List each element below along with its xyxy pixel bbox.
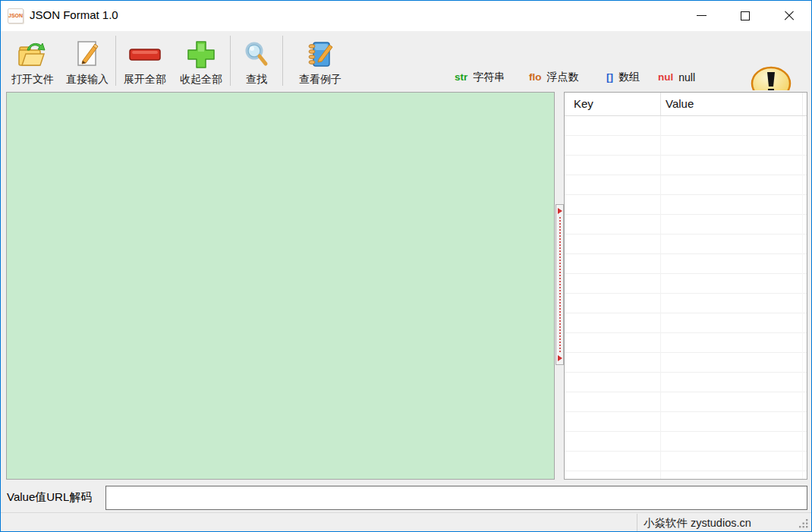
column-divider-line [802, 116, 803, 479]
json-tree-panel[interactable] [6, 92, 555, 480]
maximize-icon [741, 11, 750, 20]
legend-label: 字符串 [473, 71, 505, 84]
view-example-icon [305, 37, 335, 72]
titlebar: JSON JSON Format 1.0 [1, 1, 811, 31]
expand-all-icon [127, 37, 162, 72]
collapse-all-button[interactable]: 收起全部 [173, 33, 229, 88]
open-file-button[interactable]: 打开文件 [5, 33, 60, 88]
expand-all-label: 展开全部 [124, 72, 166, 86]
collapse-all-label: 收起全部 [180, 72, 222, 86]
app-icon: JSON [8, 8, 24, 24]
url-decode-input[interactable] [105, 486, 807, 510]
toolbar-separator [282, 36, 283, 86]
legend-float: flo 浮点数 [529, 71, 606, 84]
legend-null: nul null [658, 71, 749, 83]
close-icon [784, 11, 795, 21]
splitter-arrow-bottom-icon [558, 355, 562, 361]
legend-array: [] 数组 [606, 71, 658, 84]
panel-splitter[interactable] [555, 204, 564, 365]
statusbar-text: 小焱软件 zystudios.cn [644, 516, 751, 530]
view-example-button[interactable]: 查看例子 [290, 33, 351, 88]
legend-string: str 字符串 [455, 71, 529, 84]
window-title: JSON Format 1.0 [30, 8, 118, 21]
expand-all-button[interactable]: 展开全部 [117, 33, 173, 88]
legend-abbr: [] [606, 71, 613, 83]
find-button[interactable]: 查找 [231, 33, 282, 88]
url-decode-label: Value值URL解码 [7, 490, 92, 505]
close-button[interactable] [767, 1, 811, 30]
toolbar-separator [230, 36, 231, 86]
resize-grip-icon[interactable] [799, 519, 809, 529]
key-value-panel: Key Value [564, 92, 807, 480]
window-controls [679, 1, 811, 30]
column-header-key[interactable]: Key [574, 97, 593, 110]
key-value-list[interactable] [565, 116, 807, 479]
legend-abbr: nul [658, 71, 673, 83]
direct-input-label: 直接输入 [66, 72, 109, 86]
minimize-icon [697, 15, 707, 16]
statusbar: 小焱软件 zystudios.cn [1, 512, 811, 531]
main-area: Key Value [1, 90, 811, 483]
legend-abbr: flo [529, 71, 542, 83]
app-window: JSON JSON Format 1.0 打开文件 [0, 0, 812, 532]
open-file-icon [17, 37, 49, 72]
legend-label: null [678, 71, 695, 83]
splitter-arrow-top-icon [558, 208, 562, 214]
direct-input-icon [74, 37, 101, 72]
column-divider[interactable] [660, 93, 661, 115]
column-divider-line [660, 116, 661, 479]
legend-abbr: str [455, 71, 467, 83]
direct-input-button[interactable]: 直接输入 [60, 33, 115, 88]
splitter-dots [559, 217, 561, 352]
open-file-label: 打开文件 [11, 72, 54, 86]
statusbar-separator [637, 514, 637, 531]
toolbar-separator [115, 36, 116, 86]
key-value-header: Key Value [565, 93, 807, 116]
column-divider [802, 93, 803, 115]
minimize-button[interactable] [679, 1, 723, 30]
url-decode-row: Value值URL解码 [1, 483, 811, 512]
find-label: 查找 [246, 72, 267, 86]
legend-label: 数组 [618, 71, 640, 84]
maximize-button[interactable] [723, 1, 767, 30]
find-icon [243, 37, 270, 72]
toolbar: 打开文件 直接输入 [1, 31, 811, 90]
view-example-label: 查看例子 [299, 72, 341, 86]
legend-label: 浮点数 [547, 71, 579, 84]
column-header-value[interactable]: Value [666, 97, 694, 110]
collapse-all-icon [186, 37, 216, 72]
